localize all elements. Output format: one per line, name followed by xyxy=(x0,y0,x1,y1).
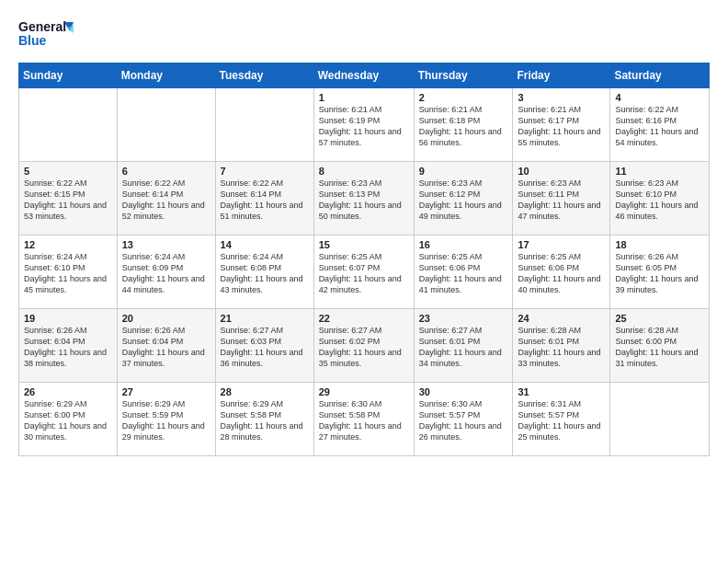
day-info: Sunrise: 6:27 AMSunset: 6:01 PMDaylight:… xyxy=(419,325,508,370)
header: General Blue xyxy=(18,15,710,55)
day-number: 5 xyxy=(24,166,112,177)
day-info: Sunrise: 6:23 AMSunset: 6:12 PMDaylight:… xyxy=(419,178,508,223)
calendar-cell: 30Sunrise: 6:30 AMSunset: 5:57 PMDayligh… xyxy=(414,383,513,456)
day-number: 21 xyxy=(221,313,309,324)
calendar-cell: 1Sunrise: 6:21 AMSunset: 6:19 PMDaylight… xyxy=(313,88,414,162)
day-info: Sunrise: 6:26 AMSunset: 6:04 PMDaylight:… xyxy=(122,325,210,370)
day-number: 10 xyxy=(518,166,605,177)
day-number: 19 xyxy=(24,313,112,324)
week-row-5: 26Sunrise: 6:29 AMSunset: 6:00 PMDayligh… xyxy=(19,383,710,456)
calendar-cell: 31Sunrise: 6:31 AMSunset: 5:57 PMDayligh… xyxy=(513,383,610,456)
day-number: 1 xyxy=(319,92,409,103)
calendar-cell: 29Sunrise: 6:30 AMSunset: 5:58 PMDayligh… xyxy=(313,383,414,456)
calendar-cell xyxy=(117,88,215,162)
day-info: Sunrise: 6:22 AMSunset: 6:14 PMDaylight:… xyxy=(122,178,210,223)
day-number: 20 xyxy=(122,313,210,324)
day-info: Sunrise: 6:22 AMSunset: 6:16 PMDaylight:… xyxy=(615,104,704,149)
calendar-cell: 28Sunrise: 6:29 AMSunset: 5:58 PMDayligh… xyxy=(215,383,313,456)
day-number: 17 xyxy=(518,239,605,250)
day-number: 29 xyxy=(319,386,409,397)
day-info: Sunrise: 6:26 AMSunset: 6:05 PMDaylight:… xyxy=(615,251,704,296)
day-number: 7 xyxy=(221,166,309,177)
day-info: Sunrise: 6:23 AMSunset: 6:10 PMDaylight:… xyxy=(615,178,704,223)
weekday-header-friday: Friday xyxy=(513,63,610,88)
calendar-cell: 27Sunrise: 6:29 AMSunset: 5:59 PMDayligh… xyxy=(117,383,215,456)
day-info: Sunrise: 6:21 AMSunset: 6:18 PMDaylight:… xyxy=(419,104,508,149)
calendar-cell: 13Sunrise: 6:24 AMSunset: 6:09 PMDayligh… xyxy=(117,236,215,309)
calendar-cell: 22Sunrise: 6:27 AMSunset: 6:02 PMDayligh… xyxy=(313,309,414,383)
day-info: Sunrise: 6:25 AMSunset: 6:06 PMDaylight:… xyxy=(518,251,605,296)
day-info: Sunrise: 6:30 AMSunset: 5:57 PMDaylight:… xyxy=(419,398,508,443)
day-info: Sunrise: 6:29 AMSunset: 5:58 PMDaylight:… xyxy=(221,398,309,443)
calendar-cell: 24Sunrise: 6:28 AMSunset: 6:01 PMDayligh… xyxy=(513,309,610,383)
day-info: Sunrise: 6:25 AMSunset: 6:07 PMDaylight:… xyxy=(319,251,409,296)
day-info: Sunrise: 6:21 AMSunset: 6:19 PMDaylight:… xyxy=(319,104,409,149)
day-info: Sunrise: 6:28 AMSunset: 6:01 PMDaylight:… xyxy=(518,325,605,370)
calendar-cell: 15Sunrise: 6:25 AMSunset: 6:07 PMDayligh… xyxy=(313,236,414,309)
weekday-header-monday: Monday xyxy=(117,63,215,88)
calendar-cell: 11Sunrise: 6:23 AMSunset: 6:10 PMDayligh… xyxy=(610,162,710,236)
day-number: 6 xyxy=(122,166,210,177)
calendar-cell: 18Sunrise: 6:26 AMSunset: 6:05 PMDayligh… xyxy=(610,236,710,309)
calendar-cell: 17Sunrise: 6:25 AMSunset: 6:06 PMDayligh… xyxy=(513,236,610,309)
day-info: Sunrise: 6:24 AMSunset: 6:09 PMDaylight:… xyxy=(122,251,210,296)
svg-text:Blue: Blue xyxy=(18,33,47,48)
week-row-4: 19Sunrise: 6:26 AMSunset: 6:04 PMDayligh… xyxy=(19,309,710,383)
day-info: Sunrise: 6:28 AMSunset: 6:00 PMDaylight:… xyxy=(615,325,704,370)
day-info: Sunrise: 6:30 AMSunset: 5:58 PMDaylight:… xyxy=(319,398,409,443)
weekday-header-thursday: Thursday xyxy=(414,63,513,88)
day-info: Sunrise: 6:29 AMSunset: 5:59 PMDaylight:… xyxy=(122,398,210,443)
calendar-cell xyxy=(215,88,313,162)
day-number: 23 xyxy=(419,313,508,324)
calendar-cell: 5Sunrise: 6:22 AMSunset: 6:15 PMDaylight… xyxy=(19,162,118,236)
day-number: 13 xyxy=(122,239,210,250)
weekday-header-wednesday: Wednesday xyxy=(313,63,414,88)
day-info: Sunrise: 6:23 AMSunset: 6:11 PMDaylight:… xyxy=(518,178,605,223)
logo: General Blue xyxy=(18,15,74,55)
day-info: Sunrise: 6:25 AMSunset: 6:06 PMDaylight:… xyxy=(419,251,508,296)
calendar-cell xyxy=(19,88,118,162)
day-number: 24 xyxy=(518,313,605,324)
day-number: 11 xyxy=(615,166,704,177)
day-info: Sunrise: 6:31 AMSunset: 5:57 PMDaylight:… xyxy=(518,398,605,443)
day-number: 9 xyxy=(419,166,508,177)
svg-text:General: General xyxy=(18,19,66,34)
calendar-cell: 26Sunrise: 6:29 AMSunset: 6:00 PMDayligh… xyxy=(19,383,118,456)
calendar-cell: 9Sunrise: 6:23 AMSunset: 6:12 PMDaylight… xyxy=(414,162,513,236)
weekday-header-tuesday: Tuesday xyxy=(215,63,313,88)
day-number: 26 xyxy=(24,386,112,397)
calendar-cell: 23Sunrise: 6:27 AMSunset: 6:01 PMDayligh… xyxy=(414,309,513,383)
day-number: 4 xyxy=(615,92,704,103)
calendar-cell: 14Sunrise: 6:24 AMSunset: 6:08 PMDayligh… xyxy=(215,236,313,309)
day-number: 3 xyxy=(518,92,605,103)
calendar-cell: 8Sunrise: 6:23 AMSunset: 6:13 PMDaylight… xyxy=(313,162,414,236)
calendar-table: SundayMondayTuesdayWednesdayThursdayFrid… xyxy=(18,63,710,456)
day-number: 16 xyxy=(419,239,508,250)
week-row-2: 5Sunrise: 6:22 AMSunset: 6:15 PMDaylight… xyxy=(19,162,710,236)
calendar-cell: 4Sunrise: 6:22 AMSunset: 6:16 PMDaylight… xyxy=(610,88,710,162)
day-number: 15 xyxy=(319,239,409,250)
day-info: Sunrise: 6:22 AMSunset: 6:15 PMDaylight:… xyxy=(24,178,112,223)
calendar-cell: 7Sunrise: 6:22 AMSunset: 6:14 PMDaylight… xyxy=(215,162,313,236)
day-number: 25 xyxy=(615,313,704,324)
logo-area: General Blue xyxy=(18,15,74,55)
day-number: 31 xyxy=(518,386,605,397)
day-number: 28 xyxy=(221,386,309,397)
weekday-header-sunday: Sunday xyxy=(19,63,118,88)
weekday-header-row: SundayMondayTuesdayWednesdayThursdayFrid… xyxy=(19,63,710,88)
calendar-cell: 19Sunrise: 6:26 AMSunset: 6:04 PMDayligh… xyxy=(19,309,118,383)
day-info: Sunrise: 6:27 AMSunset: 6:03 PMDaylight:… xyxy=(221,325,309,370)
calendar-cell: 6Sunrise: 6:22 AMSunset: 6:14 PMDaylight… xyxy=(117,162,215,236)
day-info: Sunrise: 6:26 AMSunset: 6:04 PMDaylight:… xyxy=(24,325,112,370)
day-number: 2 xyxy=(419,92,508,103)
page: General Blue SundayMondayTuesdayWednesda… xyxy=(0,0,728,563)
week-row-1: 1Sunrise: 6:21 AMSunset: 6:19 PMDaylight… xyxy=(19,88,710,162)
day-info: Sunrise: 6:21 AMSunset: 6:17 PMDaylight:… xyxy=(518,104,605,149)
day-number: 27 xyxy=(122,386,210,397)
calendar-cell xyxy=(610,383,710,456)
calendar-cell: 3Sunrise: 6:21 AMSunset: 6:17 PMDaylight… xyxy=(513,88,610,162)
day-number: 12 xyxy=(24,239,112,250)
day-info: Sunrise: 6:22 AMSunset: 6:14 PMDaylight:… xyxy=(221,178,309,223)
day-number: 22 xyxy=(319,313,409,324)
day-number: 30 xyxy=(419,386,508,397)
